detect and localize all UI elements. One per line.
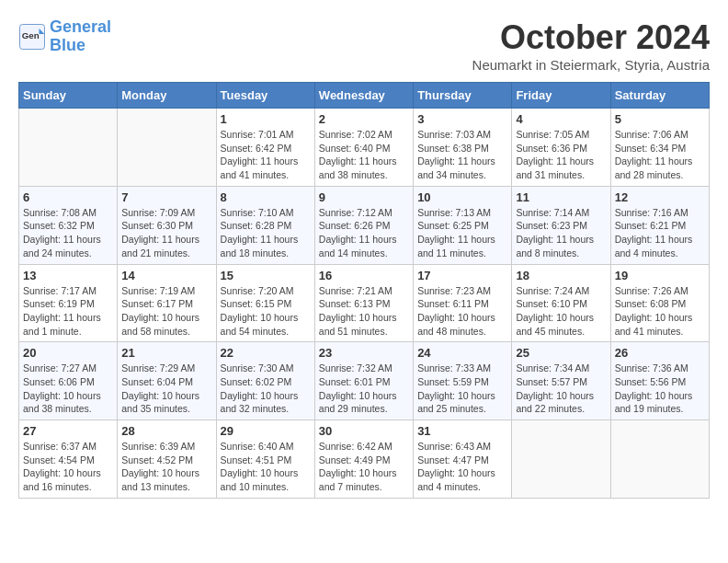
weekday-header: Friday xyxy=(512,83,610,109)
day-number: 19 xyxy=(615,269,705,282)
calendar-cell: 14Sunrise: 7:19 AM Sunset: 6:17 PM Dayli… xyxy=(118,264,216,342)
day-number: 28 xyxy=(121,424,211,438)
day-number: 25 xyxy=(516,346,606,360)
day-info: Sunrise: 7:17 AM Sunset: 6:19 PM Dayligh… xyxy=(23,284,113,339)
calendar-cell: 11Sunrise: 7:14 AM Sunset: 6:23 PM Dayli… xyxy=(512,186,610,264)
day-info: Sunrise: 7:23 AM Sunset: 6:11 PM Dayligh… xyxy=(417,284,507,339)
day-number: 8 xyxy=(221,190,311,204)
calendar-cell: 26Sunrise: 7:36 AM Sunset: 5:56 PM Dayli… xyxy=(610,342,709,420)
day-number: 4 xyxy=(516,112,606,126)
day-info: Sunrise: 7:27 AM Sunset: 6:06 PM Dayligh… xyxy=(23,362,113,416)
day-info: Sunrise: 7:12 AM Sunset: 6:26 PM Dayligh… xyxy=(319,206,409,260)
calendar-cell xyxy=(118,109,216,187)
calendar-week-row: 20Sunrise: 7:27 AM Sunset: 6:06 PM Dayli… xyxy=(19,342,710,420)
day-number: 31 xyxy=(417,424,507,438)
day-info: Sunrise: 7:19 AM Sunset: 6:17 PM Dayligh… xyxy=(121,284,211,339)
logo-line2: Blue xyxy=(50,36,85,54)
weekday-header: Tuesday xyxy=(216,83,314,109)
day-info: Sunrise: 7:06 AM Sunset: 6:34 PM Dayligh… xyxy=(615,128,705,182)
calendar-cell: 29Sunrise: 6:40 AM Sunset: 4:51 PM Dayli… xyxy=(216,420,314,499)
calendar-cell: 21Sunrise: 7:29 AM Sunset: 6:04 PM Dayli… xyxy=(118,342,216,420)
day-info: Sunrise: 7:36 AM Sunset: 5:56 PM Dayligh… xyxy=(615,362,705,416)
day-info: Sunrise: 7:09 AM Sunset: 6:30 PM Dayligh… xyxy=(121,206,211,260)
day-number: 16 xyxy=(319,269,409,282)
calendar-cell: 1Sunrise: 7:01 AM Sunset: 6:42 PM Daylig… xyxy=(216,109,314,187)
day-number: 3 xyxy=(417,112,507,126)
day-info: Sunrise: 6:39 AM Sunset: 4:52 PM Dayligh… xyxy=(121,440,211,494)
day-number: 21 xyxy=(121,346,211,360)
weekday-header: Sunday xyxy=(19,83,118,109)
day-info: Sunrise: 7:32 AM Sunset: 6:01 PM Dayligh… xyxy=(319,362,409,416)
calendar-table: SundayMondayTuesdayWednesdayThursdayFrid… xyxy=(18,82,710,499)
calendar-week-row: 1Sunrise: 7:01 AM Sunset: 6:42 PM Daylig… xyxy=(19,109,710,187)
day-info: Sunrise: 7:26 AM Sunset: 6:08 PM Dayligh… xyxy=(615,284,705,339)
day-info: Sunrise: 7:02 AM Sunset: 6:40 PM Dayligh… xyxy=(319,128,409,182)
day-info: Sunrise: 7:21 AM Sunset: 6:13 PM Dayligh… xyxy=(319,284,409,339)
calendar-cell: 25Sunrise: 7:34 AM Sunset: 5:57 PM Dayli… xyxy=(512,342,610,420)
day-number: 7 xyxy=(121,190,211,204)
calendar-cell: 13Sunrise: 7:17 AM Sunset: 6:19 PM Dayli… xyxy=(19,264,118,342)
calendar-cell: 4Sunrise: 7:05 AM Sunset: 6:36 PM Daylig… xyxy=(512,109,610,187)
day-info: Sunrise: 6:43 AM Sunset: 4:47 PM Dayligh… xyxy=(417,440,507,494)
logo-icon: Gen xyxy=(18,23,46,51)
day-number: 26 xyxy=(615,346,705,360)
calendar-week-row: 13Sunrise: 7:17 AM Sunset: 6:19 PM Dayli… xyxy=(19,264,710,342)
day-info: Sunrise: 7:20 AM Sunset: 6:15 PM Dayligh… xyxy=(221,284,311,339)
day-number: 23 xyxy=(319,346,409,360)
calendar-cell: 16Sunrise: 7:21 AM Sunset: 6:13 PM Dayli… xyxy=(314,264,413,342)
weekday-header: Monday xyxy=(118,83,216,109)
calendar-cell: 2Sunrise: 7:02 AM Sunset: 6:40 PM Daylig… xyxy=(314,109,413,187)
day-number: 15 xyxy=(221,269,311,282)
calendar-cell: 24Sunrise: 7:33 AM Sunset: 5:59 PM Dayli… xyxy=(414,342,512,420)
calendar-cell: 27Sunrise: 6:37 AM Sunset: 4:54 PM Dayli… xyxy=(19,420,118,499)
day-number: 29 xyxy=(221,424,311,438)
calendar-cell: 5Sunrise: 7:06 AM Sunset: 6:34 PM Daylig… xyxy=(610,109,709,187)
calendar-cell xyxy=(19,109,118,187)
day-info: Sunrise: 6:40 AM Sunset: 4:51 PM Dayligh… xyxy=(221,440,311,494)
calendar-cell: 23Sunrise: 7:32 AM Sunset: 6:01 PM Dayli… xyxy=(314,342,413,420)
day-number: 24 xyxy=(417,346,507,360)
svg-text:Gen: Gen xyxy=(22,29,40,40)
day-number: 2 xyxy=(319,112,409,126)
calendar-week-row: 6Sunrise: 7:08 AM Sunset: 6:32 PM Daylig… xyxy=(19,186,710,264)
logo-line1: General xyxy=(50,17,111,36)
calendar-cell: 30Sunrise: 6:42 AM Sunset: 4:49 PM Dayli… xyxy=(314,420,413,499)
calendar-cell: 28Sunrise: 6:39 AM Sunset: 4:52 PM Dayli… xyxy=(118,420,216,499)
day-info: Sunrise: 7:10 AM Sunset: 6:28 PM Dayligh… xyxy=(221,206,311,260)
day-number: 11 xyxy=(516,190,606,204)
month-title: October 2024 xyxy=(472,18,710,57)
calendar-cell: 8Sunrise: 7:10 AM Sunset: 6:28 PM Daylig… xyxy=(216,186,314,264)
calendar-cell: 20Sunrise: 7:27 AM Sunset: 6:06 PM Dayli… xyxy=(19,342,118,420)
day-number: 17 xyxy=(417,269,507,282)
day-number: 12 xyxy=(615,190,705,204)
calendar-cell: 9Sunrise: 7:12 AM Sunset: 6:26 PM Daylig… xyxy=(314,186,413,264)
day-info: Sunrise: 7:01 AM Sunset: 6:42 PM Dayligh… xyxy=(221,128,311,182)
day-info: Sunrise: 7:13 AM Sunset: 6:25 PM Dayligh… xyxy=(417,206,507,260)
location: Neumarkt in Steiermark, Styria, Austria xyxy=(472,57,710,73)
calendar-cell: 17Sunrise: 7:23 AM Sunset: 6:11 PM Dayli… xyxy=(414,264,512,342)
calendar-cell: 10Sunrise: 7:13 AM Sunset: 6:25 PM Dayli… xyxy=(414,186,512,264)
calendar-cell: 12Sunrise: 7:16 AM Sunset: 6:21 PM Dayli… xyxy=(610,186,709,264)
day-info: Sunrise: 7:29 AM Sunset: 6:04 PM Dayligh… xyxy=(121,362,211,416)
day-number: 9 xyxy=(319,190,409,204)
calendar-cell: 18Sunrise: 7:24 AM Sunset: 6:10 PM Dayli… xyxy=(512,264,610,342)
day-number: 30 xyxy=(319,424,409,438)
calendar-cell xyxy=(610,420,709,499)
day-info: Sunrise: 7:24 AM Sunset: 6:10 PM Dayligh… xyxy=(516,284,606,339)
day-info: Sunrise: 7:08 AM Sunset: 6:32 PM Dayligh… xyxy=(23,206,113,260)
page-header: Gen General Blue October 2024 Neumarkt i… xyxy=(18,18,710,73)
day-info: Sunrise: 6:37 AM Sunset: 4:54 PM Dayligh… xyxy=(23,440,113,494)
calendar-week-row: 27Sunrise: 6:37 AM Sunset: 4:54 PM Dayli… xyxy=(19,420,710,499)
day-info: Sunrise: 6:42 AM Sunset: 4:49 PM Dayligh… xyxy=(319,440,409,494)
day-number: 6 xyxy=(23,190,113,204)
calendar-cell: 6Sunrise: 7:08 AM Sunset: 6:32 PM Daylig… xyxy=(19,186,118,264)
day-info: Sunrise: 7:03 AM Sunset: 6:38 PM Dayligh… xyxy=(417,128,507,182)
calendar-cell: 31Sunrise: 6:43 AM Sunset: 4:47 PM Dayli… xyxy=(414,420,512,499)
day-number: 1 xyxy=(221,112,311,126)
day-info: Sunrise: 7:33 AM Sunset: 5:59 PM Dayligh… xyxy=(417,362,507,416)
day-number: 14 xyxy=(121,269,211,282)
calendar-cell: 15Sunrise: 7:20 AM Sunset: 6:15 PM Dayli… xyxy=(216,264,314,342)
day-number: 22 xyxy=(221,346,311,360)
calendar-header-row: SundayMondayTuesdayWednesdayThursdayFrid… xyxy=(19,83,710,109)
calendar-cell: 22Sunrise: 7:30 AM Sunset: 6:02 PM Dayli… xyxy=(216,342,314,420)
